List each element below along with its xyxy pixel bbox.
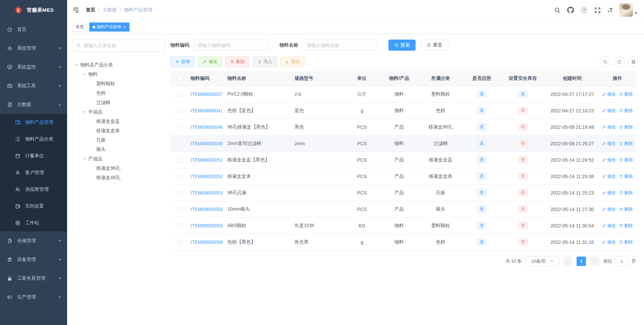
row-delete-button[interactable]: 删除	[619, 141, 633, 147]
material-code-link[interactable]: ITEM00000049	[191, 141, 223, 146]
tree-node[interactable]: 半成品	[72, 107, 165, 117]
row-delete-button[interactable]: 删除	[619, 190, 633, 196]
material-code-link[interactable]: ITEM00000056	[191, 239, 223, 245]
row-delete-button[interactable]: 删除	[619, 91, 633, 97]
material-code-input[interactable]	[193, 40, 269, 51]
material-code-link[interactable]: ITEM00000037	[191, 92, 223, 97]
material-code-link[interactable]: ITEM00000046	[191, 124, 223, 130]
export-button[interactable]: 导出	[280, 57, 305, 67]
row-delete-button[interactable]: 删除	[619, 239, 633, 245]
sidebar-item-measure-unit[interactable]: 计量单位	[0, 148, 67, 164]
material-code-link[interactable]: ITEM00000051	[191, 157, 223, 163]
row-checkbox[interactable]	[177, 142, 182, 146]
delete-button[interactable]: 删除	[225, 57, 250, 67]
row-checkbox[interactable]	[177, 191, 182, 196]
row-delete-button[interactable]: 删除	[619, 206, 633, 212]
tree-node[interactable]: 物料及产品分类	[72, 60, 165, 70]
font-size-icon[interactable]: тT	[607, 7, 613, 13]
row-delete-button[interactable]: 删除	[619, 124, 633, 130]
edit-button[interactable]: 修改	[198, 57, 222, 67]
select-all-checkbox[interactable]	[177, 76, 182, 81]
row-edit-button[interactable]: 修改	[602, 108, 616, 114]
tree-node[interactable]: 移液盒48孔	[72, 173, 165, 182]
row-edit-button[interactable]: 修改	[602, 206, 616, 212]
refresh-button[interactable]	[614, 56, 625, 67]
row-checkbox[interactable]	[177, 240, 182, 245]
tree-node[interactable]: 吸头	[72, 145, 165, 154]
row-delete-button[interactable]: 删除	[619, 108, 633, 114]
row-edit-button[interactable]: 修改	[602, 124, 616, 130]
sidebar-item-material-product-category[interactable]: 物料产品分类	[0, 131, 67, 148]
row-checkbox[interactable]	[177, 174, 182, 179]
row-delete-button[interactable]: 删除	[619, 173, 633, 179]
sidebar-toggle-icon[interactable]	[72, 6, 80, 14]
sidebar-item-customer-management[interactable]: 客户管理	[0, 164, 67, 181]
material-code-link[interactable]: ITEM00000053	[191, 190, 223, 196]
show-search-toggle-button[interactable]	[600, 56, 610, 67]
tree-node[interactable]: 孔板	[72, 136, 165, 145]
search-icon[interactable]	[554, 7, 560, 13]
row-checkbox[interactable]	[177, 109, 182, 113]
import-button[interactable]: 导入	[253, 57, 277, 67]
category-search-input[interactable]	[72, 40, 165, 52]
row-edit-button[interactable]: 修改	[602, 91, 616, 97]
tree-node[interactable]: 移液盒96孔	[72, 164, 165, 173]
tree-node[interactable]: 色粉	[72, 89, 165, 98]
sidebar-item-workshop-settings[interactable]: 车间设置	[0, 198, 67, 215]
sidebar-item-system-monitor[interactable]: 系统监控	[0, 58, 67, 76]
page-size-select[interactable]: 10条/页	[526, 257, 559, 266]
search-button[interactable]: 搜索	[388, 40, 416, 51]
sidebar-item-home[interactable]: 首页	[0, 20, 67, 39]
goto-page-input[interactable]	[615, 257, 629, 266]
close-icon[interactable]: ×	[123, 25, 126, 29]
row-edit-button[interactable]: 修改	[602, 157, 616, 163]
sidebar-item-workstation[interactable]: 工作站	[0, 215, 67, 231]
row-edit-button[interactable]: 修改	[602, 239, 616, 245]
tree-node[interactable]: 过滤棉	[72, 98, 165, 107]
row-edit-button[interactable]: 修改	[602, 173, 616, 179]
sidebar-item-master-data[interactable]: 主数据	[0, 95, 67, 114]
sidebar-item-device-management[interactable]: 设备管理	[0, 250, 67, 269]
tree-node[interactable]: 移液盒盒盖	[72, 117, 165, 126]
current-page-button[interactable]: 1	[577, 257, 586, 266]
sidebar-item-production-management[interactable]: 生产管理	[0, 288, 67, 307]
breadcrumb-item[interactable]: 首页	[86, 7, 95, 13]
column-settings-button[interactable]	[628, 56, 639, 67]
next-page-button[interactable]: ›	[590, 257, 599, 266]
tree-node[interactable]: 物料	[72, 70, 165, 79]
user-menu[interactable]	[620, 3, 637, 17]
github-icon[interactable]	[567, 7, 574, 13]
row-delete-button[interactable]: 删除	[619, 157, 633, 163]
material-code-link[interactable]: ITEM00000041	[191, 108, 223, 113]
material-code-link[interactable]: ITEM00000055	[191, 223, 223, 228]
sidebar-item-supplier-management[interactable]: 供应商管理	[0, 181, 67, 198]
row-edit-button[interactable]: 修改	[602, 223, 616, 229]
tree-node[interactable]: 塑料颗粒	[72, 79, 165, 89]
row-checkbox[interactable]	[177, 92, 182, 97]
tab-物料产品管理[interactable]: 物料产品管理×	[89, 22, 129, 32]
row-delete-button[interactable]: 删除	[619, 223, 633, 229]
row-checkbox[interactable]	[177, 207, 182, 212]
material-name-input[interactable]	[302, 40, 378, 51]
prev-page-button[interactable]: ‹	[563, 257, 573, 266]
row-edit-button[interactable]: 修改	[602, 190, 616, 196]
add-button[interactable]: 新增	[170, 57, 195, 67]
tree-node[interactable]: 产成品	[72, 154, 165, 164]
avatar[interactable]	[620, 3, 633, 17]
row-checkbox[interactable]	[177, 158, 182, 163]
help-icon[interactable]: ?	[581, 7, 587, 13]
row-checkbox[interactable]	[177, 125, 182, 130]
tab-首页[interactable]: 首页	[72, 22, 87, 32]
fullscreen-icon[interactable]	[594, 7, 601, 13]
material-code-link[interactable]: ITEM00000054	[191, 207, 223, 212]
sidebar-item-system-tools[interactable]: 系统工具	[0, 76, 67, 95]
material-code-link[interactable]: ITEM00000052	[191, 174, 223, 179]
reset-button[interactable]: 重置	[421, 40, 448, 51]
sidebar-item-warehouse-management[interactable]: 仓储管理	[0, 231, 67, 250]
tree-node[interactable]: 移液盒盒体	[72, 126, 165, 136]
row-edit-button[interactable]: 修改	[602, 141, 616, 147]
sidebar-item-material-product-management[interactable]: 物料产品管理	[0, 114, 67, 131]
sidebar-item-tooling-fixture-management[interactable]: 工装夹具管理	[0, 269, 67, 288]
sidebar-item-system-management[interactable]: 系统管理	[0, 39, 67, 58]
row-checkbox[interactable]	[177, 224, 182, 228]
